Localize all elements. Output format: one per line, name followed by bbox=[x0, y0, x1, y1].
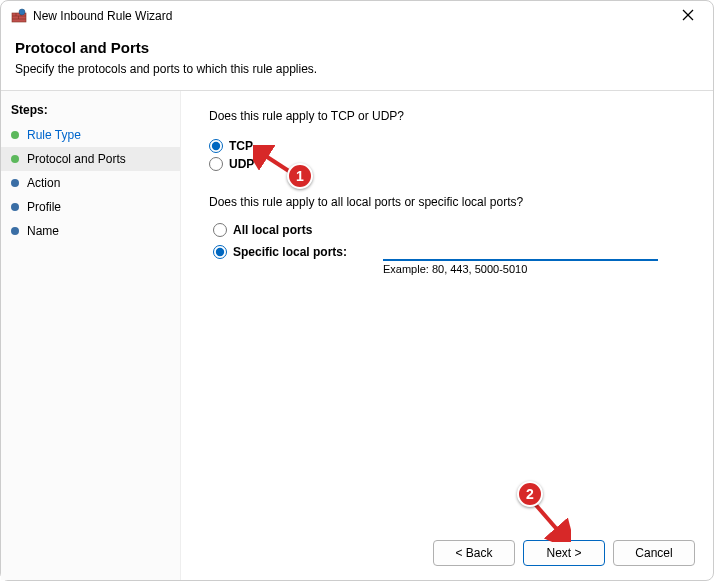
bullet-icon bbox=[11, 227, 19, 235]
protocol-question: Does this rule apply to TCP or UDP? bbox=[209, 109, 685, 123]
wizard-footer: < Back Next > Cancel bbox=[433, 540, 695, 566]
specific-ports-radio[interactable] bbox=[213, 245, 227, 259]
bullet-icon bbox=[11, 131, 19, 139]
window-title: New Inbound Rule Wizard bbox=[33, 9, 673, 23]
all-ports-label: All local ports bbox=[233, 223, 312, 237]
tcp-option[interactable]: TCP bbox=[209, 139, 685, 153]
page-title: Protocol and Ports bbox=[15, 39, 699, 56]
udp-radio[interactable] bbox=[209, 157, 223, 171]
udp-option[interactable]: UDP bbox=[209, 157, 685, 171]
step-name[interactable]: Name bbox=[1, 219, 180, 243]
bullet-icon bbox=[11, 179, 19, 187]
firewall-icon bbox=[11, 8, 27, 24]
specific-ports-option[interactable]: Specific local ports: bbox=[213, 245, 383, 259]
all-ports-radio[interactable] bbox=[213, 223, 227, 237]
tcp-radio[interactable] bbox=[209, 139, 223, 153]
next-button[interactable]: Next > bbox=[523, 540, 605, 566]
ports-question: Does this rule apply to all local ports … bbox=[209, 195, 685, 209]
close-icon[interactable] bbox=[673, 8, 703, 24]
step-protocol-and-ports[interactable]: Protocol and Ports bbox=[1, 147, 180, 171]
step-profile[interactable]: Profile bbox=[1, 195, 180, 219]
step-label: Rule Type bbox=[27, 128, 81, 142]
titlebar: New Inbound Rule Wizard bbox=[1, 1, 713, 31]
step-label: Protocol and Ports bbox=[27, 152, 126, 166]
step-label: Name bbox=[27, 224, 59, 238]
tcp-label: TCP bbox=[229, 139, 253, 153]
steps-label: Steps: bbox=[1, 99, 180, 123]
step-label: Profile bbox=[27, 200, 61, 214]
main-panel: Does this rule apply to TCP or UDP? TCP … bbox=[181, 91, 713, 580]
step-rule-type[interactable]: Rule Type bbox=[1, 123, 180, 147]
specific-ports-input[interactable] bbox=[383, 241, 658, 261]
udp-label: UDP bbox=[229, 157, 254, 171]
steps-sidebar: Steps: Rule Type Protocol and Ports Acti… bbox=[1, 91, 181, 580]
bullet-icon bbox=[11, 203, 19, 211]
cancel-button[interactable]: Cancel bbox=[613, 540, 695, 566]
page-subtitle: Specify the protocols and ports to which… bbox=[15, 62, 699, 76]
protocol-radio-group: TCP UDP bbox=[209, 139, 685, 171]
wizard-body: Steps: Rule Type Protocol and Ports Acti… bbox=[1, 91, 713, 580]
wizard-window: New Inbound Rule Wizard Protocol and Por… bbox=[0, 0, 714, 581]
specific-ports-label: Specific local ports: bbox=[233, 245, 347, 259]
back-button[interactable]: < Back bbox=[433, 540, 515, 566]
wizard-header: Protocol and Ports Specify the protocols… bbox=[1, 31, 713, 91]
bullet-icon bbox=[11, 155, 19, 163]
ports-section: Does this rule apply to all local ports … bbox=[209, 195, 685, 275]
ports-example: Example: 80, 443, 5000-5010 bbox=[383, 263, 685, 275]
step-label: Action bbox=[27, 176, 60, 190]
step-action[interactable]: Action bbox=[1, 171, 180, 195]
all-ports-option[interactable]: All local ports bbox=[213, 223, 685, 237]
